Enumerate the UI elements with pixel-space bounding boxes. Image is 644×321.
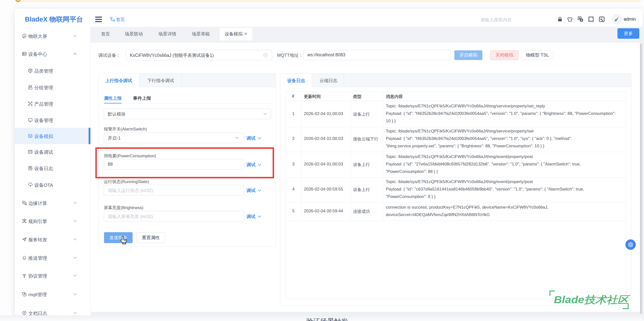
svg-text:AI: AI bbox=[23, 35, 25, 37]
